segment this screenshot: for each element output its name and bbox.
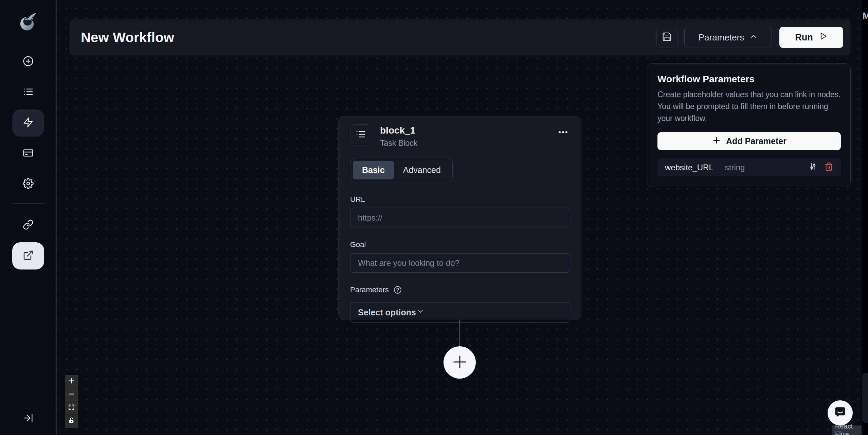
sidebar-item-integrations[interactable] bbox=[12, 212, 44, 239]
workflow-header: New Workflow Parameters Run bbox=[69, 19, 851, 55]
add-block-button[interactable] bbox=[444, 346, 476, 379]
sidebar-item-create[interactable] bbox=[12, 48, 44, 75]
sidebar-item-runs[interactable] bbox=[12, 79, 44, 106]
play-icon bbox=[818, 32, 828, 43]
sidebar-item-billing[interactable] bbox=[12, 140, 44, 167]
add-parameter-button[interactable]: Add Parameter bbox=[657, 132, 841, 150]
page-title: New Workflow bbox=[81, 30, 174, 45]
arrow-to-line-icon bbox=[23, 413, 34, 425]
clipped-edge-text: M bbox=[863, 11, 868, 21]
workflow-editor: New Workflow Parameters Run bbox=[0, 0, 868, 435]
help-icon[interactable] bbox=[394, 286, 402, 294]
parameters-toggle-button[interactable]: Parameters bbox=[684, 27, 772, 48]
sidebar-divider bbox=[12, 203, 44, 204]
parameter-actions bbox=[808, 162, 833, 173]
gear-icon bbox=[23, 178, 34, 190]
fit-view-button[interactable] bbox=[65, 401, 78, 415]
plus-icon bbox=[68, 377, 75, 386]
sidebar-collapse-button[interactable] bbox=[12, 405, 44, 432]
select-placeholder: Select options bbox=[358, 308, 416, 317]
node-edge bbox=[459, 320, 460, 347]
list-icon bbox=[23, 86, 34, 99]
external-link-icon bbox=[23, 250, 34, 262]
skyvern-logo[interactable] bbox=[16, 9, 41, 35]
list-icon bbox=[355, 129, 366, 141]
parameters-label: Parameters bbox=[350, 285, 569, 294]
block-name: block_1 bbox=[380, 125, 417, 136]
run-button-label: Run bbox=[795, 32, 813, 43]
edit-parameter-icon[interactable] bbox=[808, 162, 817, 173]
chat-bubble-icon bbox=[833, 405, 848, 421]
save-icon bbox=[662, 32, 672, 43]
credit-card-icon bbox=[23, 147, 34, 160]
run-button[interactable]: Run bbox=[779, 27, 843, 48]
parameter-name: website_URL bbox=[665, 163, 713, 172]
fit-view-icon bbox=[68, 404, 75, 412]
zoom-in-button[interactable] bbox=[65, 375, 78, 388]
sidebar-item-workflows[interactable] bbox=[12, 109, 44, 137]
zoom-out-button[interactable] bbox=[65, 388, 78, 401]
parameter-type: string bbox=[725, 163, 745, 172]
link-icon bbox=[23, 219, 34, 231]
block-options-button[interactable] bbox=[557, 124, 569, 141]
sidebar-item-settings[interactable] bbox=[12, 171, 44, 198]
screen-edge-strip bbox=[862, 0, 868, 435]
plus-icon bbox=[451, 353, 469, 372]
lightning-icon bbox=[23, 117, 34, 129]
plus-circle-icon bbox=[23, 56, 34, 68]
chat-widget-button[interactable] bbox=[828, 400, 853, 425]
block-titles: block_1 Task Block bbox=[380, 124, 417, 148]
panel-description: Create placeholder values that you can l… bbox=[657, 89, 843, 124]
goal-input[interactable] bbox=[350, 253, 570, 273]
block-type-label: Task Block bbox=[380, 139, 417, 148]
url-label: URL bbox=[350, 195, 569, 204]
sidebar-item-external[interactable] bbox=[12, 242, 44, 269]
delete-parameter-icon[interactable] bbox=[824, 162, 833, 173]
add-parameter-label: Add Parameter bbox=[726, 136, 786, 146]
block-tabs: Basic Advanced bbox=[350, 158, 453, 182]
url-input[interactable] bbox=[350, 208, 570, 227]
canvas-controls bbox=[65, 375, 78, 428]
block-header: block_1 Task Block bbox=[350, 124, 569, 148]
parameters-select[interactable]: Select options bbox=[350, 302, 570, 323]
tab-advanced[interactable]: Advanced bbox=[394, 161, 450, 179]
workflow-parameters-panel: Workflow Parameters Create placeholder v… bbox=[647, 63, 851, 187]
minus-icon bbox=[68, 390, 75, 399]
unlock-icon bbox=[68, 417, 75, 425]
plus-icon bbox=[712, 136, 721, 147]
scrollbar-thumb[interactable] bbox=[862, 373, 868, 423]
block-type-icon-box bbox=[350, 124, 371, 145]
goal-label: Goal bbox=[350, 240, 569, 249]
lock-button[interactable] bbox=[65, 415, 78, 428]
tab-basic[interactable]: Basic bbox=[353, 161, 394, 179]
ellipsis-icon bbox=[557, 133, 569, 139]
panel-title: Workflow Parameters bbox=[657, 74, 840, 85]
chevron-up-icon bbox=[749, 32, 758, 43]
task-block-node[interactable]: block_1 Task Block Basic Advanced URL Go… bbox=[338, 116, 581, 320]
chevron-down-icon bbox=[416, 307, 425, 318]
save-button[interactable] bbox=[656, 27, 677, 48]
parameters-button-label: Parameters bbox=[699, 32, 744, 43]
dragon-logo-icon bbox=[16, 9, 41, 34]
sidebar bbox=[0, 0, 57, 435]
parameter-row: website_URL string bbox=[657, 158, 841, 176]
